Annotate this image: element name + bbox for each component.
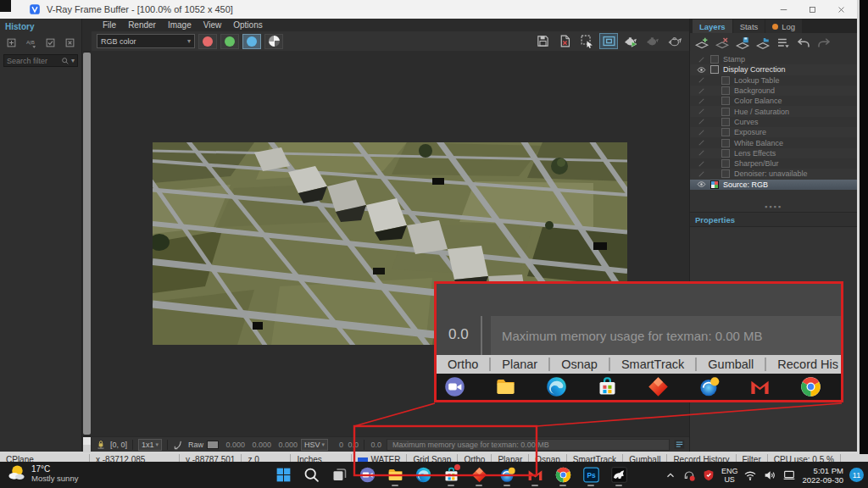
visibility-toggle[interactable] bbox=[692, 107, 710, 116]
layer-row[interactable]: Display Correction bbox=[690, 64, 857, 75]
chrome-button[interactable] bbox=[553, 463, 573, 487]
panel-splitter[interactable]: ▪▪▪▪ bbox=[690, 202, 857, 212]
rhino-status-item[interactable]: WATER bbox=[352, 454, 407, 462]
red-channel-button[interactable] bbox=[198, 34, 217, 49]
delete-layer-icon[interactable] bbox=[715, 36, 730, 51]
history-search-input[interactable]: Search filter ▾ bbox=[3, 54, 78, 67]
headset-badge-icon[interactable] bbox=[682, 469, 696, 482]
layer-row[interactable]: Stamp bbox=[690, 54, 857, 64]
search-button[interactable] bbox=[301, 463, 321, 487]
visibility-toggle[interactable] bbox=[692, 159, 710, 169]
rhino-status-item[interactable]: Planar bbox=[492, 454, 529, 462]
task-view-button[interactable] bbox=[329, 463, 349, 487]
log-message-field[interactable]: Maximum memory usage for texman: 0.00 MB bbox=[387, 439, 670, 451]
layer-row[interactable]: Sharpen/Blur bbox=[690, 158, 857, 169]
clock[interactable]: 5:01 PM 2022-09-30 bbox=[802, 466, 843, 485]
diamond-app-button[interactable] bbox=[469, 463, 489, 487]
microsoft-store-button[interactable] bbox=[441, 463, 461, 487]
menu-item[interactable]: Options bbox=[227, 19, 268, 31]
history-add-button[interactable] bbox=[3, 36, 20, 50]
menu-item[interactable]: Render bbox=[122, 19, 162, 31]
rhino-status-item[interactable]: z 0 bbox=[242, 454, 291, 462]
channel-dropdown[interactable]: RGB color ▾ bbox=[97, 34, 195, 48]
pixel-probe-lock-icon[interactable] bbox=[95, 439, 107, 451]
layer-row[interactable]: Curves bbox=[690, 117, 857, 127]
stop-render-button[interactable] bbox=[643, 33, 662, 49]
titlebar[interactable]: V-Ray Frame Buffer - [100.0% of 1052 x 4… bbox=[0, 0, 857, 19]
search-options-caret-icon[interactable]: ▾ bbox=[71, 57, 75, 64]
layer-row[interactable]: White Balance bbox=[690, 137, 857, 147]
history-list[interactable] bbox=[0, 69, 81, 452]
redo-icon[interactable] bbox=[816, 36, 832, 51]
blue-sphere-app-button[interactable] bbox=[497, 463, 517, 487]
chevron-up-icon[interactable] bbox=[665, 469, 676, 481]
visibility-toggle[interactable] bbox=[692, 169, 710, 179]
rhino-status-item[interactable]: Filter bbox=[737, 454, 768, 462]
rhino-status-item[interactable]: Gumball bbox=[623, 454, 667, 462]
history-apply-button[interactable] bbox=[42, 36, 59, 50]
undo-icon[interactable] bbox=[796, 36, 811, 51]
layer-row[interactable]: Lens Effects bbox=[690, 148, 857, 158]
minimize-button[interactable] bbox=[769, 0, 798, 19]
edge-button[interactable] bbox=[413, 463, 433, 487]
render-last-button[interactable] bbox=[621, 33, 640, 49]
scrollbar-thumb[interactable] bbox=[83, 53, 91, 435]
visibility-toggle[interactable] bbox=[692, 180, 710, 189]
layer-row[interactable]: Lookup Table bbox=[690, 75, 857, 86]
start-button[interactable] bbox=[273, 463, 293, 487]
tab-stats[interactable]: Stats bbox=[733, 19, 765, 33]
visibility-toggle[interactable] bbox=[692, 86, 710, 96]
history-compare-button[interactable]: A|B bbox=[22, 36, 40, 50]
canvas-vertical-scrollbar[interactable] bbox=[82, 19, 92, 452]
wifi-icon[interactable] bbox=[743, 469, 757, 482]
layer-row[interactable]: Source: RGB bbox=[690, 180, 857, 190]
scrollbar-button-down[interactable] bbox=[83, 445, 91, 452]
visibility-toggle[interactable] bbox=[692, 55, 710, 64]
layer-row[interactable]: Background bbox=[690, 86, 857, 96]
load-layers-icon[interactable] bbox=[755, 36, 771, 51]
taskbar-weather-widget[interactable]: 17°C Mostly sunny bbox=[7, 463, 78, 483]
shield-icon[interactable] bbox=[702, 469, 715, 482]
rhino-status-item[interactable]: y -88787.501 bbox=[180, 454, 242, 462]
rhino-status-item[interactable]: CPlane bbox=[0, 454, 90, 462]
mail-button[interactable] bbox=[525, 463, 545, 487]
save-image-button[interactable] bbox=[533, 33, 552, 49]
rhino7-button[interactable] bbox=[609, 463, 629, 487]
region-select-button[interactable] bbox=[577, 33, 596, 49]
blue-channel-button[interactable] bbox=[242, 34, 261, 49]
language-switcher[interactable]: ENG US bbox=[721, 467, 738, 484]
layer-row[interactable]: Denoiser: unavailable bbox=[690, 169, 857, 179]
history-remove-button[interactable] bbox=[61, 36, 79, 50]
rhino-status-item[interactable]: Record History bbox=[667, 454, 736, 462]
log-toggle-icon[interactable] bbox=[673, 438, 686, 451]
rhino-status-item[interactable]: Inches bbox=[291, 454, 352, 462]
menu-item[interactable]: File bbox=[97, 19, 122, 31]
visibility-toggle[interactable] bbox=[692, 148, 710, 158]
visibility-toggle[interactable] bbox=[692, 97, 710, 106]
layer-row[interactable]: Hue / Saturation bbox=[690, 106, 857, 116]
interactive-render-button[interactable] bbox=[665, 33, 684, 49]
menu-item[interactable]: View bbox=[198, 19, 228, 31]
green-channel-button[interactable] bbox=[220, 34, 239, 49]
mono-channel-button[interactable] bbox=[264, 34, 283, 49]
visibility-toggle[interactable] bbox=[692, 65, 710, 75]
visibility-toggle[interactable] bbox=[692, 138, 710, 147]
tab-layers[interactable]: Layers bbox=[693, 19, 732, 33]
tab-log[interactable]: Log bbox=[765, 19, 802, 33]
laptop-icon[interactable] bbox=[782, 469, 796, 482]
chat-button[interactable] bbox=[357, 463, 377, 487]
scrollbar-button-up[interactable] bbox=[83, 437, 91, 445]
visibility-toggle[interactable] bbox=[692, 128, 710, 137]
photoshop-button[interactable]: Ps bbox=[581, 463, 601, 487]
visibility-toggle[interactable] bbox=[692, 75, 710, 85]
pixel-zoom-dropdown[interactable]: 1x1 ▾ bbox=[138, 439, 162, 451]
region-render-button[interactable] bbox=[599, 33, 618, 49]
rhino-status-item[interactable]: Osnap bbox=[529, 454, 566, 462]
rhino-status-item[interactable]: x -83712.085 bbox=[90, 454, 180, 462]
rhino-status-item[interactable]: CPU use: 0.5 % bbox=[768, 454, 841, 462]
add-layer-icon[interactable] bbox=[694, 36, 709, 51]
close-button[interactable] bbox=[826, 0, 855, 19]
rhino-status-item[interactable]: Grid Snap bbox=[407, 454, 458, 462]
color-clamp-icon[interactable] bbox=[173, 439, 185, 451]
maximize-button[interactable] bbox=[798, 0, 826, 19]
